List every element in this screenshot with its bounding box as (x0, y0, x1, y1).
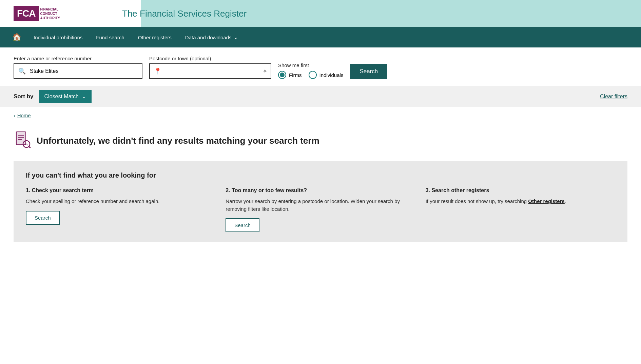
search-section: Enter a name or reference number 🔍 Postc… (0, 47, 641, 86)
postcode-input[interactable] (166, 65, 259, 78)
help-search-button-2[interactable]: Search (226, 218, 259, 232)
help-col-2: 2. Too many or too few results? Narrow y… (226, 187, 415, 232)
fca-logo: FCA FINANCIAL CONDUCT AUTHORITY (14, 6, 60, 21)
nav-data-downloads[interactable]: Data and downloads ⌄ (178, 28, 245, 46)
no-results-icon (14, 130, 31, 151)
sort-left: Sort by Closest Match ⌄ (14, 90, 92, 103)
firms-label: Firms (289, 72, 302, 78)
clear-filters-link[interactable]: Clear filters (600, 94, 627, 100)
breadcrumb: ‹ Home (0, 107, 641, 124)
radio-group: Firms Individuals (278, 71, 343, 79)
help-col-3: 3. Search other registers If your result… (426, 187, 615, 232)
sort-by-label: Sort by (14, 93, 34, 100)
search-icon: 🔍 (14, 64, 30, 78)
breadcrumb-home-link[interactable]: Home (17, 113, 31, 118)
individuals-label: Individuals (319, 72, 344, 78)
firms-radio[interactable]: Firms (278, 71, 302, 79)
name-input-wrapper: 🔍 (14, 63, 142, 79)
postcode-field: Postcode or town (optional) 📍 ⌖ (149, 56, 271, 79)
sort-dropdown[interactable]: Closest Match ⌄ (39, 90, 92, 103)
help-col-1: 1. Check your search term Check your spe… (26, 187, 215, 232)
help-col3-body-after: . (565, 198, 566, 204)
help-col3-heading: 3. Search other registers (426, 187, 615, 194)
individuals-radio-circle (309, 71, 317, 79)
gps-icon[interactable]: ⌖ (259, 64, 271, 78)
help-col2-body: Narrow your search by entering a postcod… (226, 198, 415, 213)
help-col3-body-before: If your result does not show up, try sea… (426, 198, 528, 204)
nav-other-registers[interactable]: Other registers (131, 28, 178, 46)
postcode-label: Postcode or town (optional) (149, 56, 271, 61)
fca-full-name: FINANCIAL CONDUCT AUTHORITY (40, 7, 60, 20)
show-me-first-label: Show me first (278, 62, 343, 68)
search-row: Enter a name or reference number 🔍 Postc… (14, 56, 627, 79)
help-grid: 1. Check your search term Check your spe… (26, 187, 615, 232)
site-title: The Financial Services Register (122, 8, 247, 19)
postcode-input-wrapper: 📍 ⌖ (149, 63, 271, 79)
nav-individual-prohibitions[interactable]: Individual prohibitions (27, 28, 89, 46)
other-registers-link[interactable]: Other registers (528, 198, 565, 204)
chevron-down-icon: ⌄ (82, 94, 86, 99)
no-results-area: Unfortunately, we didn't find any result… (0, 124, 641, 252)
sort-bar: Sort by Closest Match ⌄ Clear filters (0, 86, 641, 107)
help-col3-body: If your result does not show up, try sea… (426, 198, 615, 205)
fca-abbr: FCA (14, 6, 39, 21)
chevron-left-icon: ‹ (14, 113, 15, 118)
svg-line-6 (29, 146, 31, 148)
top-header: FCA FINANCIAL CONDUCT AUTHORITY The Fina… (0, 0, 641, 27)
help-heading: If you can't find what you are looking f… (26, 171, 615, 179)
search-button[interactable]: Search (350, 64, 387, 79)
logo-area: FCA FINANCIAL CONDUCT AUTHORITY (14, 6, 102, 21)
no-results-heading: Unfortunately, we didn't find any result… (37, 136, 319, 146)
name-field: Enter a name or reference number 🔍 (14, 56, 142, 79)
nav-fund-search[interactable]: Fund search (89, 28, 131, 46)
sort-value: Closest Match (44, 94, 79, 100)
show-me-first: Show me first Firms Individuals (278, 62, 343, 79)
help-box: If you can't find what you are looking f… (14, 161, 627, 242)
chevron-down-icon: ⌄ (234, 34, 238, 40)
individuals-radio[interactable]: Individuals (309, 71, 344, 79)
help-col1-body: Check your spelling or reference number … (26, 198, 215, 205)
help-search-button-1[interactable]: Search (26, 211, 60, 225)
svg-rect-0 (16, 131, 26, 145)
no-results-title: Unfortunately, we didn't find any result… (14, 130, 627, 151)
location-pin-icon: 📍 (150, 64, 166, 78)
help-col2-heading: 2. Too many or too few results? (226, 187, 415, 194)
help-col1-heading: 1. Check your search term (26, 187, 215, 194)
firms-radio-circle (278, 71, 286, 79)
name-input[interactable] (30, 65, 142, 78)
home-nav-icon[interactable]: 🏠 (7, 33, 27, 42)
nav-bar: 🏠 Individual prohibitions Fund search Ot… (0, 27, 641, 47)
name-label: Enter a name or reference number (14, 56, 142, 61)
